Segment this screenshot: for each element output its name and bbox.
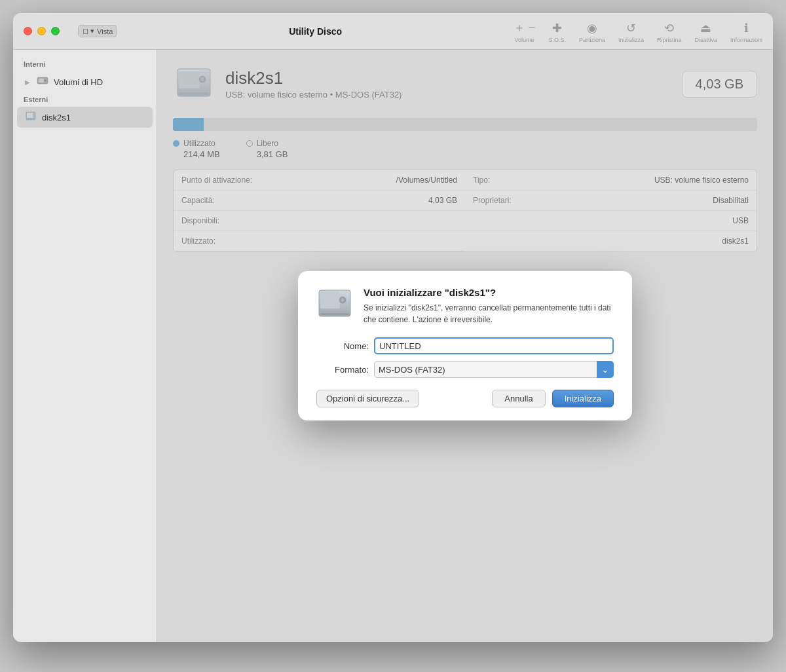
svg-point-2 [45, 80, 47, 82]
security-options-button[interactable]: Opzioni di sicurezza... [316, 390, 419, 407]
dialog-form: Nome: Formato: MS-DOS (FAT32) ExFAT Mac … [316, 337, 614, 378]
toolbar-ripristina[interactable]: ⟲ Ripristina [657, 21, 682, 43]
volume-label: Volume [515, 37, 534, 43]
disk-icon [25, 110, 37, 124]
inizializza-icon: ↺ [626, 21, 636, 35]
dialog-overlay: Vuoi inizializzare "disk2s1"? Se inizial… [157, 50, 773, 642]
svg-rect-14 [320, 291, 340, 308]
confirm-button[interactable]: Inizializza [552, 390, 614, 407]
dialog-text: Vuoi inizializzare "disk2s1"? Se inizial… [364, 287, 614, 326]
svg-rect-16 [320, 313, 349, 315]
dialog-buttons: Opzioni di sicurezza... Annulla Iniziali… [316, 390, 614, 407]
toolbar-informazioni[interactable]: ℹ Informazioni [730, 21, 762, 43]
svg-point-18 [341, 299, 345, 302]
form-row-name: Nome: [316, 337, 614, 354]
main-content: disk2s1 USB: volume fisico esterno • MS-… [157, 50, 773, 642]
name-input[interactable] [374, 337, 614, 354]
sidebar-section-interni: Interni [13, 58, 157, 71]
volume-icon: ＋ − [514, 20, 536, 35]
app-body: Interni ▶ Volumi di HD Esterni [13, 50, 773, 642]
inizializza-label: Inizializza [618, 37, 644, 43]
traffic-lights [24, 27, 60, 35]
cancel-button[interactable]: Annulla [492, 390, 545, 407]
sos-icon: ✚ [552, 21, 562, 35]
toolbar-volume[interactable]: ＋ − Volume [514, 20, 536, 43]
sos-label: S.O.S. [548, 37, 566, 43]
confirm-buttons: Annulla Inizializza [492, 390, 614, 407]
dialog-description: Se inizializzi "disk2s1", verranno cance… [364, 302, 614, 326]
minimize-button[interactable] [37, 27, 46, 35]
titlebar: ◻ ▾ Vista Utility Disco ＋ − Volume ✚ S.O… [13, 13, 773, 50]
sidebar-item-label-disk: disk2s1 [42, 113, 71, 122]
view-toggle-label: Vista [97, 28, 113, 35]
window-title: Utility Disco [125, 26, 506, 37]
initialize-dialog: Vuoi inizializzare "disk2s1"? Se inizial… [298, 271, 632, 420]
toolbar-sos[interactable]: ✚ S.O.S. [548, 21, 566, 43]
informazioni-label: Informazioni [730, 37, 762, 43]
hd-icon [37, 75, 48, 89]
partizione-label: Partiziona [579, 37, 605, 43]
partizione-icon: ◉ [587, 21, 597, 35]
svg-rect-15 [320, 310, 349, 313]
dialog-header: Vuoi inizializzare "disk2s1"? Se inizial… [316, 287, 614, 326]
format-label: Formato: [316, 365, 369, 375]
dialog-title: Vuoi inizializzare "disk2s1"? [364, 287, 614, 298]
sidebar-section-esterni: Esterni [13, 93, 157, 106]
sidebar: Interni ▶ Volumi di HD Esterni [13, 50, 157, 642]
disattiva-icon: ⏏ [700, 21, 711, 35]
app-window: ◻ ▾ Vista Utility Disco ＋ − Volume ✚ S.O… [13, 13, 773, 642]
toolbar-disattiva[interactable]: ⏏ Disattiva [694, 21, 717, 43]
svg-rect-1 [39, 79, 44, 83]
arrow-icon: ▶ [25, 79, 30, 86]
name-label: Nome: [316, 341, 369, 351]
view-toggle[interactable]: ◻ ▾ Vista [78, 25, 117, 37]
form-row-format: Formato: MS-DOS (FAT32) ExFAT Mac OS est… [316, 361, 614, 378]
svg-rect-5 [27, 119, 35, 119]
maximize-button[interactable] [51, 27, 60, 35]
dialog-disk-icon [316, 287, 353, 324]
svg-rect-4 [27, 113, 33, 118]
view-toggle-icon: ◻ ▾ [83, 27, 94, 35]
toolbar-inizializza[interactable]: ↺ Inizializza [618, 21, 644, 43]
sidebar-item-volumi-hd[interactable]: ▶ Volumi di HD [17, 71, 153, 92]
sidebar-item-disk2s1[interactable]: disk2s1 [17, 107, 153, 128]
informazioni-icon: ℹ [744, 21, 749, 35]
ripristina-label: Ripristina [657, 37, 682, 43]
toolbar-partizione[interactable]: ◉ Partiziona [579, 21, 605, 43]
format-select-wrapper: MS-DOS (FAT32) ExFAT Mac OS esteso APFS … [374, 361, 614, 378]
sidebar-item-label-volumi: Volumi di HD [54, 77, 103, 87]
ripristina-icon: ⟲ [664, 21, 674, 35]
close-button[interactable] [24, 27, 32, 35]
toolbar: ＋ − Volume ✚ S.O.S. ◉ Partiziona ↺ Inizi… [514, 20, 762, 43]
format-select[interactable]: MS-DOS (FAT32) ExFAT Mac OS esteso APFS [374, 361, 614, 378]
disattiva-label: Disattiva [694, 37, 717, 43]
